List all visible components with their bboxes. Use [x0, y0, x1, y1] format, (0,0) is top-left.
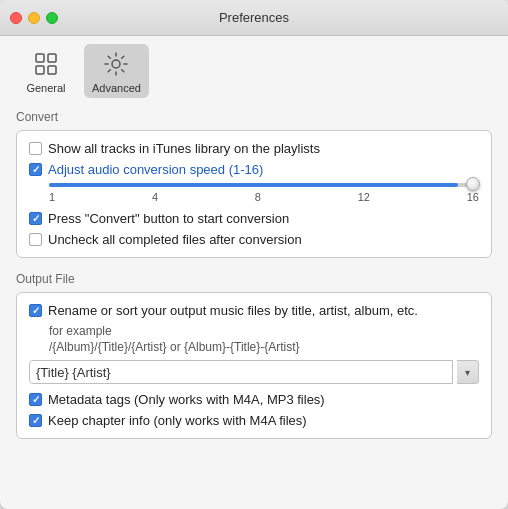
- toolbar: General Advanced: [0, 36, 508, 98]
- checkbox-row-chapter: Keep chapter info (only works with M4A f…: [29, 413, 479, 428]
- checkbox-row-adjust-speed: Adjust audio conversion speed (1-16): [29, 162, 479, 177]
- uncheck-completed-label: Uncheck all completed files after conver…: [48, 232, 302, 247]
- svg-rect-1: [36, 66, 44, 74]
- slider-label-12: 12: [358, 191, 370, 203]
- adjust-speed-label: Adjust audio conversion speed (1-16): [48, 162, 263, 177]
- convert-section-box: Show all tracks in iTunes library on the…: [16, 130, 492, 258]
- checkbox-row-rename: Rename or sort your output music files b…: [29, 303, 479, 318]
- slider-label-4: 4: [152, 191, 158, 203]
- slider-labels: 1 4 8 12 16: [49, 191, 479, 203]
- adjust-speed-checkbox[interactable]: [29, 163, 42, 176]
- show-tracks-label: Show all tracks in iTunes library on the…: [48, 141, 320, 156]
- slider-fill: [49, 183, 458, 187]
- toolbar-item-advanced[interactable]: Advanced: [84, 44, 149, 98]
- general-label: General: [26, 82, 65, 94]
- uncheck-completed-checkbox[interactable]: [29, 233, 42, 246]
- window-title: Preferences: [219, 10, 289, 25]
- checkbox-row-show-tracks: Show all tracks in iTunes library on the…: [29, 141, 479, 156]
- slider-thumb[interactable]: [466, 177, 480, 191]
- output-section: Output File Rename or sort your output m…: [16, 272, 492, 439]
- svg-rect-2: [48, 54, 56, 62]
- press-convert-label: Press "Convert" button to start conversi…: [48, 211, 289, 226]
- template-input[interactable]: [29, 360, 453, 384]
- svg-rect-3: [48, 66, 56, 74]
- convert-section: Convert Show all tracks in iTunes librar…: [16, 110, 492, 258]
- slider-track: [49, 183, 479, 187]
- general-icon: [30, 48, 62, 80]
- output-section-title: Output File: [16, 272, 492, 286]
- show-tracks-checkbox[interactable]: [29, 142, 42, 155]
- advanced-icon: [100, 48, 132, 80]
- press-convert-checkbox[interactable]: [29, 212, 42, 225]
- metadata-checkbox[interactable]: [29, 393, 42, 406]
- close-button[interactable]: [10, 12, 22, 24]
- content-area: Convert Show all tracks in iTunes librar…: [0, 98, 508, 509]
- slider-label-16: 16: [467, 191, 479, 203]
- chapter-checkbox[interactable]: [29, 414, 42, 427]
- convert-section-title: Convert: [16, 110, 492, 124]
- traffic-lights: [10, 12, 58, 24]
- template-dropdown-button[interactable]: ▾: [457, 360, 479, 384]
- rename-label: Rename or sort your output music files b…: [48, 303, 418, 318]
- checkbox-row-uncheck-completed: Uncheck all completed files after conver…: [29, 232, 479, 247]
- title-bar: Preferences: [0, 0, 508, 36]
- svg-point-4: [112, 60, 120, 68]
- slider-label-8: 8: [255, 191, 261, 203]
- checkbox-row-press-convert: Press "Convert" button to start conversi…: [29, 211, 479, 226]
- minimize-button[interactable]: [28, 12, 40, 24]
- chapter-label: Keep chapter info (only works with M4A f…: [48, 413, 307, 428]
- maximize-button[interactable]: [46, 12, 58, 24]
- svg-rect-0: [36, 54, 44, 62]
- speed-slider-container: 1 4 8 12 16: [49, 183, 479, 203]
- rename-checkbox[interactable]: [29, 304, 42, 317]
- toolbar-item-general[interactable]: General: [16, 44, 76, 98]
- example-label: for example: [49, 324, 479, 338]
- output-section-box: Rename or sort your output music files b…: [16, 292, 492, 439]
- template-input-row: ▾: [29, 360, 479, 384]
- slider-label-1: 1: [49, 191, 55, 203]
- checkbox-row-metadata: Metadata tags (Only works with M4A, MP3 …: [29, 392, 479, 407]
- preferences-window: Preferences General Advanced: [0, 0, 508, 509]
- metadata-label: Metadata tags (Only works with M4A, MP3 …: [48, 392, 325, 407]
- example-path: /{Album}/{Title}/{Artist} or {Album}-{Ti…: [49, 340, 479, 354]
- advanced-label: Advanced: [92, 82, 141, 94]
